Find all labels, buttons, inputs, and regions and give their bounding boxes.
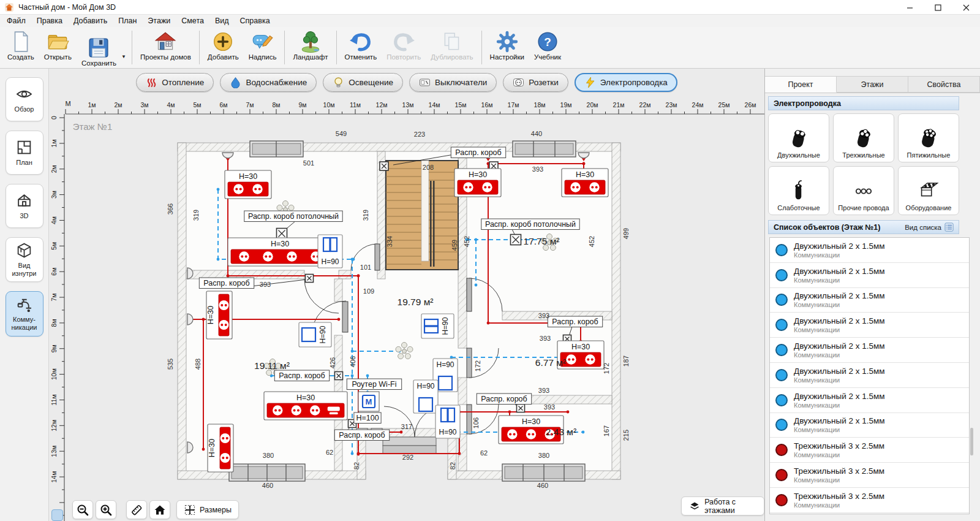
distribution-box-label[interactable]: Распр. короб: [334, 430, 389, 441]
router-label[interactable]: Роутер Wi-Fi: [347, 379, 401, 390]
toolbar-undo-button[interactable]: Отменить: [340, 27, 382, 68]
list-item[interactable]: Двухжильный 2 х 1.5ммКоммуникации: [770, 238, 969, 263]
switch-block[interactable]: H=90: [299, 322, 331, 347]
menu-item-1[interactable]: Файл: [1, 15, 31, 26]
list-item[interactable]: Двухжильный 2 х 1.5ммКоммуникации: [770, 263, 969, 288]
mode-tab-light[interactable]: Освещение: [323, 73, 403, 92]
mode-tab-socket[interactable]: Розетки: [503, 73, 568, 92]
mode-tab-water[interactable]: Водоснабжение: [220, 73, 317, 92]
svg-text:452: 452: [463, 236, 470, 247]
svg-text:8м: 8м: [50, 319, 58, 327]
toolbar-new-file-button[interactable]: Создать: [2, 27, 39, 68]
menu-item-2[interactable]: Правка: [31, 15, 68, 26]
panel-tab-1[interactable]: Проект: [765, 76, 837, 93]
distribution-box-label[interactable]: Распр. короб: [548, 316, 602, 327]
toolbar-button-label: Дублировать: [431, 53, 473, 61]
zoom-out-button[interactable]: [72, 500, 93, 519]
socket-block[interactable]: H=30: [208, 424, 233, 472]
list-item[interactable]: Двухжильный 2 х 1.5ммКоммуникации: [770, 313, 969, 338]
toolbar-open-folder-button[interactable]: Открыть: [39, 27, 77, 68]
distribution-box-label[interactable]: Распр. короб потолочный: [481, 219, 579, 230]
list-item-title: Трехжильный 3 х 2.5мм: [794, 492, 884, 501]
toolbar-house-projects-button[interactable]: Проекты домов: [135, 27, 196, 68]
menu-item-4[interactable]: План: [113, 15, 142, 26]
distribution-box-label[interactable]: Распр. короб: [477, 394, 531, 405]
socket-block[interactable]: H=30: [562, 169, 608, 197]
sidebar-item-eye[interactable]: Обзор: [6, 77, 43, 121]
list-item[interactable]: Двухжильный 2 х 1.5ммКоммуникации: [770, 338, 969, 363]
toolbar-help-tutorial-button[interactable]: ?Учебник: [529, 27, 566, 68]
menu-item-5[interactable]: Этажи: [142, 15, 176, 26]
sidebar-item-faucet[interactable]: Комму-никации: [6, 291, 43, 336]
measure-ruler-button[interactable]: [126, 500, 147, 519]
list-item-subtitle: Коммуникации: [794, 501, 884, 509]
list-item[interactable]: Двухжильный 2 х 1.5ммКоммуникации: [770, 363, 969, 388]
menu-item-8[interactable]: Справка: [235, 15, 276, 26]
distribution-box-label[interactable]: Распр. короб: [274, 370, 329, 381]
switch-block[interactable]: H=90: [413, 380, 438, 413]
mode-tab-switch[interactable]: Выключатели: [409, 73, 497, 92]
distribution-box-label[interactable]: Распр. короб: [451, 147, 505, 158]
sidebar-item-plan[interactable]: План: [6, 131, 43, 175]
switch-block[interactable]: H=90: [421, 314, 454, 338]
list-item[interactable]: Двухжильный 2 х 1.5ммКоммуникации: [770, 288, 969, 313]
toolbar-add-plus-button[interactable]: Добавить: [203, 27, 244, 68]
object-list-title: Список объектов (Этаж №1): [774, 223, 880, 232]
floor-plan-drawing[interactable]: М1м2м3м4м5м6м7м8м9м10м11м12м13м14м15м16м…: [49, 69, 764, 521]
switch-block[interactable]: H=90: [435, 405, 460, 438]
layers-icon: [690, 500, 699, 512]
svg-text:208: 208: [423, 164, 434, 171]
panel-tab-3[interactable]: Свойства: [908, 76, 980, 93]
minimize-button[interactable]: [895, 0, 924, 15]
zoom-in-button[interactable]: [96, 500, 116, 519]
menu-item-3[interactable]: Добавить: [68, 15, 113, 26]
list-item[interactable]: Двухжильный 2 х 1.5ммКоммуникации: [770, 413, 969, 438]
distribution-box-label[interactable]: Распр. короб: [199, 278, 254, 289]
socket-block[interactable]: H=30: [228, 238, 332, 266]
category-tile-stove[interactable]: Оборудование: [898, 166, 959, 215]
toolbar-landscape-tree-button[interactable]: Ландшафт: [288, 27, 333, 68]
menu-item-7[interactable]: Вид: [209, 15, 235, 26]
list-item[interactable]: Трехжильный 3 х 2.5ммКоммуникации: [770, 438, 969, 463]
work-with-floors-button[interactable]: Работа с этажами: [681, 496, 764, 515]
socket-block[interactable]: H=30: [264, 392, 347, 420]
svg-text:19.11 м²: 19.11 м²: [254, 360, 290, 371]
svg-text:106: 106: [472, 417, 480, 428]
toolbar-settings-gear-button[interactable]: Настройки: [485, 27, 529, 68]
router-height-label[interactable]: H=100: [354, 413, 381, 424]
maximize-button[interactable]: [924, 0, 952, 15]
distribution-box-label[interactable]: Распр. короб потолочный: [244, 211, 342, 222]
list-item-title: Двухжильный 2 х 1.5мм: [794, 341, 885, 351]
category-tile-cable-2[interactable]: Двухжильные: [768, 113, 829, 162]
socket-block[interactable]: H=30: [454, 169, 501, 197]
category-tile-cable-3[interactable]: Трехжильные: [833, 113, 894, 162]
mode-tab-heating[interactable]: Отопление: [136, 73, 214, 92]
list-view-button[interactable]: Вид списка: [905, 222, 954, 232]
sidebar-item-interior[interactable]: Вид изнутри: [6, 237, 43, 282]
socket-block[interactable]: H=30: [225, 170, 271, 199]
category-tile-cable-thin[interactable]: Слаботочные: [768, 166, 829, 215]
list-item-title: Трехжильный 3 х 2.5мм: [794, 441, 884, 451]
sidebar-item-house3d[interactable]: 3D: [6, 184, 43, 228]
toolbar-save-floppy-button[interactable]: Сохранить: [77, 33, 121, 68]
list-item[interactable]: Двухжильный 2 х 1.5ммКоммуникации: [770, 388, 969, 413]
category-tile-wires-other[interactable]: Прочие провода: [833, 166, 894, 215]
mode-tab-bolt[interactable]: Электропроводка: [575, 73, 677, 92]
switch-block[interactable]: H=90: [318, 235, 342, 268]
list-item[interactable]: Трехжильный 3 х 2.5ммКоммуникации: [770, 488, 969, 513]
menu-item-6[interactable]: Смета: [176, 15, 209, 26]
home-view-button[interactable]: [149, 500, 170, 519]
list-scrollbar[interactable]: [970, 428, 973, 455]
category-tile-cable-5[interactable]: Пятижильные: [898, 113, 959, 162]
svg-text:H=90: H=90: [441, 317, 450, 335]
toolbar-text-note-button[interactable]: Надпись: [244, 27, 282, 68]
panel-tab-2[interactable]: Этажи: [837, 76, 908, 93]
mode-tab-label: Выключатели: [435, 78, 487, 87]
save-dropdown-arrow[interactable]: ▼: [121, 54, 129, 68]
floor-plan-canvas[interactable]: М1м2м3м4м5м6м7м8м9м10м11м12м13м14м15м16м…: [49, 69, 764, 521]
list-item[interactable]: Трехжильный 3 х 2.5ммКоммуникации: [770, 463, 969, 488]
socket-block[interactable]: H=30: [206, 291, 232, 339]
close-button[interactable]: [952, 0, 980, 15]
dimensions-button[interactable]: Размеры: [176, 500, 239, 519]
svg-text:?: ?: [544, 36, 551, 48]
